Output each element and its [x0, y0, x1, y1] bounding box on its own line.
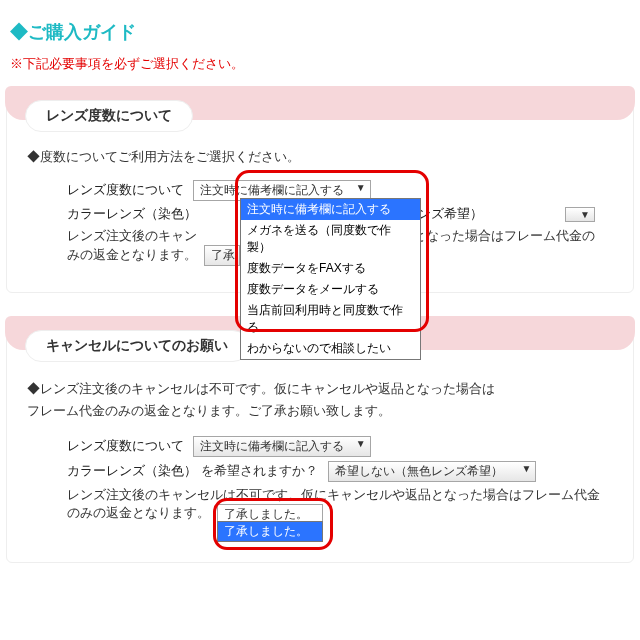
- section-lead: ◆度数についてご利用方法をご選択ください。: [27, 148, 619, 166]
- row-label-color-lens: カラーレンズ（染色）: [67, 462, 197, 480]
- dropdown-option[interactable]: 当店前回利用時と同度数で作る: [241, 300, 420, 338]
- select-lens-degree-2[interactable]: 注文時に備考欄に記入する ▼: [193, 436, 371, 457]
- form-area-1: レンズ度数について 注文時に備考欄に記入する ▼ 注文時に備考欄に記入する メガ…: [67, 180, 619, 266]
- chevron-down-icon: ▼: [522, 463, 532, 474]
- select-value: 注文時に備考欄に記入する: [200, 439, 344, 453]
- dropdown-option[interactable]: 了承しました。: [218, 522, 322, 541]
- chevron-down-icon: ▼: [580, 209, 590, 220]
- dropdown-option[interactable]: 度数データをメールする: [241, 279, 420, 300]
- row3-pre: レンズ注文後のキャン: [67, 228, 197, 243]
- row-label-color-lens: カラーレンズ（染色）: [67, 205, 189, 223]
- select-color-lens-collapsed[interactable]: ▼: [565, 207, 595, 222]
- row-label-lens-degree: レンズ度数について: [67, 181, 189, 199]
- chevron-down-icon: ▼: [356, 182, 366, 193]
- dropdown-option[interactable]: わからないので相談したい: [241, 338, 420, 359]
- dropdown-option[interactable]: 注文時に備考欄に記入する: [241, 199, 420, 220]
- section-lens-degree: レンズ度数について ◆度数についてご利用方法をご選択ください。 レンズ度数につい…: [6, 87, 634, 293]
- select-acknowledge-small[interactable]: 了承: [204, 245, 240, 266]
- row3-text: レンズ注文後のキャンセルは不可です。仮にキャンセルや返品となった場合はフレーム代…: [67, 487, 600, 520]
- select-color-lens-2[interactable]: 希望しない（無色レンズ希望） ▼: [328, 461, 536, 482]
- dropdown-acknowledge[interactable]: 了承しました。: [217, 521, 323, 542]
- section-title: レンズ度数について: [25, 100, 193, 132]
- dropdown-lens-degree[interactable]: 注文時に備考欄に記入する メガネを送る（同度数で作製） 度数データをFAXする …: [240, 198, 421, 360]
- row-mid-text: を希望されますか？: [201, 463, 318, 478]
- section-lead: ◆レンズ注文後のキャンセルは不可です。仮にキャンセルや返品となった場合は フレー…: [27, 378, 619, 422]
- select-value: 希望しない（無色レンズ希望）: [335, 464, 503, 478]
- form-area-2: レンズ度数について 注文時に備考欄に記入する ▼ カラーレンズ（染色） を希望さ…: [67, 436, 619, 536]
- section-title: キャンセルについてのお願い: [25, 330, 249, 362]
- dropdown-option[interactable]: メガネを送る（同度数で作製）: [241, 220, 420, 258]
- select-value: 注文時に備考欄に記入する: [200, 183, 344, 197]
- select-value: 了承しました。: [224, 507, 308, 521]
- page-title: ◆ご購入ガイド: [10, 20, 634, 44]
- dropdown-option[interactable]: 度数データをFAXする: [241, 258, 420, 279]
- row-label-lens-degree: レンズ度数について: [67, 437, 189, 455]
- required-notice: ※下記必要事項を必ずご選択ください。: [10, 56, 634, 73]
- select-value: 了承: [211, 248, 235, 262]
- chevron-down-icon: ▼: [356, 438, 366, 449]
